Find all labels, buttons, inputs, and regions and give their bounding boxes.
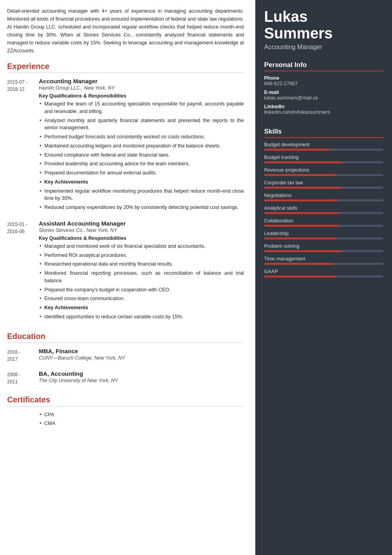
skill-name: GAAP <box>264 269 383 274</box>
certificates-section: Certificates CPA CMA <box>7 395 244 429</box>
skill-bar-fill <box>264 212 339 214</box>
left-column: Detail-oriented accounting manager with … <box>0 0 255 555</box>
exp2-content: Assistant Accounting Manager Stones Serv… <box>39 220 244 322</box>
experience-entry-1: 2015-07 -2018-12 Accounting Manager Haml… <box>7 78 244 213</box>
skills-title: Skills <box>264 128 383 138</box>
personal-info-title: Personal Info <box>264 61 383 71</box>
list-item: Reduced company expenditures by 20% by c… <box>39 204 244 211</box>
skills-section: Skills Budget developmentBudget tracking… <box>255 124 392 287</box>
exp2-date: 2015-01 -2016-06 <box>7 220 39 322</box>
cert-date <box>7 411 39 429</box>
linkedin-label: LinkedIn <box>264 104 383 109</box>
skill-name: Time management <box>264 256 383 262</box>
education-section: Education 2016 -2017 MBA, Finance CUNY—B… <box>7 332 244 386</box>
certificates-title: Certificates <box>7 395 244 406</box>
exp2-qual-heading: Key Qualifications & Responsibilities <box>39 235 244 241</box>
list-item: Ensured cross-team communication. <box>39 295 244 302</box>
linkedin-item: LinkedIn linkedin.com/in/lukassummers <box>264 104 383 115</box>
list-item: Identified opportunities to reduce certa… <box>39 313 244 321</box>
skill-bar-fill <box>264 237 336 239</box>
skill-bar-fill <box>264 250 342 252</box>
skill-name: Revenue projections <box>264 167 383 173</box>
skill-item: Revenue projections <box>264 167 383 176</box>
skill-bar-fill <box>264 263 333 265</box>
edu2-school: The City University of New York, NY <box>39 378 244 383</box>
skill-item: Negotiations <box>264 193 383 201</box>
skill-bar-background <box>264 174 383 176</box>
education-title: Education <box>7 332 244 343</box>
skill-bar-background <box>264 187 383 189</box>
exp1-qual-heading: Key Qualifications & Responsibilities <box>39 93 244 99</box>
name-header: LukasSummers Accounting Manager <box>255 0 392 57</box>
full-name: LukasSummers <box>264 9 383 42</box>
skill-bar-fill <box>264 225 338 227</box>
list-item: Managed and monitored work of six financ… <box>39 243 244 250</box>
skill-bar-background <box>264 263 383 265</box>
skill-name: Budget development <box>264 142 383 147</box>
skill-name: Negotiations <box>264 193 383 198</box>
exp2-title: Assistant Accounting Manager <box>39 220 244 227</box>
list-item: Performed ROI analytical procedures. <box>39 252 244 259</box>
skills-container: Budget developmentBudget trackingRevenue… <box>264 142 383 278</box>
edu1-title: MBA, Finance <box>39 348 244 354</box>
phone-item: Phone 646-622-27667 <box>264 75 383 86</box>
email-label: E-mail <box>264 90 383 95</box>
skill-bar-fill <box>264 174 336 176</box>
exp1-qual-list: Managed the team of 15 accounting specia… <box>39 100 244 211</box>
skill-item: Leadership <box>264 231 383 239</box>
skill-item: Collaboration <box>264 218 383 227</box>
edu2-title: BA, Accounting <box>39 370 244 377</box>
list-item: Maintained accounting ledgers and monito… <box>39 142 244 150</box>
list-item: Performed budget forecasts and consisten… <box>39 133 244 141</box>
skill-item: Budget tracking <box>264 155 383 163</box>
phone-value: 646-622-27667 <box>264 81 383 86</box>
skill-name: Analytical skills <box>264 205 383 211</box>
list-item: Prepared documentation for annual extern… <box>39 169 244 177</box>
summary-text: Detail-oriented accounting manager with … <box>7 7 244 55</box>
personal-info-section: Personal Info Phone 646-622-27667 E-mail… <box>255 57 392 124</box>
list-item: CMA <box>39 420 244 427</box>
skill-bar-background <box>264 161 383 163</box>
skill-bar-fill <box>264 199 338 201</box>
skill-item: Time management <box>264 256 383 265</box>
linkedin-value: linkedin.com/in/lukassummers <box>264 109 383 115</box>
skill-bar-background <box>264 276 383 278</box>
skill-name: Budget tracking <box>264 155 383 160</box>
skill-bar-background <box>264 199 383 201</box>
list-item: Key Achievements <box>39 304 244 312</box>
phone-label: Phone <box>264 75 383 81</box>
skill-bar-fill <box>264 187 342 189</box>
list-item: CPA <box>39 411 244 419</box>
skill-name: Leadership <box>264 231 383 236</box>
list-item: Ensured compliance with federal and stat… <box>39 151 244 159</box>
skill-bar-background <box>264 149 383 151</box>
exp2-company: Stones Services Co., New York, NY <box>39 228 244 233</box>
right-column: LukasSummers Accounting Manager Personal… <box>255 0 392 555</box>
edu1-school: CUNY—Baruch College, New York, NY <box>39 355 244 361</box>
edu2-date: 2008 -2011 <box>7 370 39 386</box>
exp1-company: Hamlin Group LLC., New York, NY <box>39 85 244 91</box>
skill-bar-background <box>264 250 383 252</box>
list-item: Provided leadership and accounting advic… <box>39 160 244 168</box>
cert-entry: CPA CMA <box>7 411 244 429</box>
skill-bar-background <box>264 212 383 214</box>
exp1-date: 2015-07 -2018-12 <box>7 78 39 213</box>
list-item: Key Achievements <box>39 178 244 186</box>
list-item: Monitored financial reporting processes,… <box>39 270 244 285</box>
skill-bar-fill <box>264 276 336 278</box>
cert-content: CPA CMA <box>39 411 244 429</box>
edu2-content: BA, Accounting The City University of Ne… <box>39 370 244 386</box>
edu1-date: 2016 -2017 <box>7 348 39 363</box>
email-item: E-mail lukas.summers@mail.us <box>264 90 383 101</box>
experience-entry-2: 2015-01 -2016-06 Assistant Accounting Ma… <box>7 220 244 322</box>
skill-bar-fill <box>264 161 342 163</box>
list-item: Analyzed monthly and quarterly financial… <box>39 117 244 132</box>
list-item: Prepared the company's budget in coopera… <box>39 286 244 294</box>
skill-item: GAAP <box>264 269 383 278</box>
experience-title: Experience <box>7 62 244 73</box>
skill-bar-fill <box>264 149 330 151</box>
skill-bar-background <box>264 225 383 227</box>
email-value: lukas.summers@mail.us <box>264 95 383 101</box>
skill-name: Corporate tax law <box>264 180 383 186</box>
list-item: Researched operational data and monthly … <box>39 260 244 268</box>
